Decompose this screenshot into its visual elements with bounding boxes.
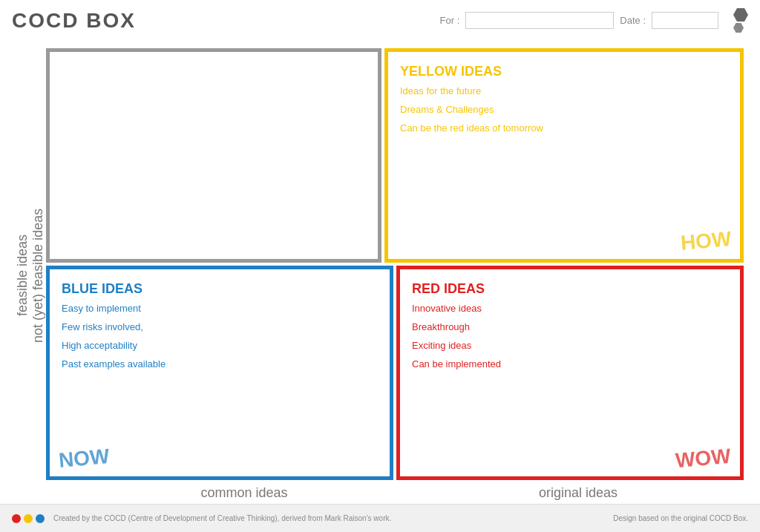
date-input[interactable]: [652, 12, 718, 29]
red-box: RED IDEAS Innovative ideas Breakthrough …: [396, 266, 744, 480]
top-row: YELLOW IDEAS Ideas for the future Dreams…: [45, 47, 745, 264]
blue-item-1: Easy to implement: [62, 303, 378, 314]
x-axis-right-label: original ideas: [411, 485, 745, 501]
red-item-4: Can be implemented: [412, 358, 728, 370]
red-item-1: Innovative ideas: [412, 303, 728, 314]
date-label: Date :: [620, 15, 646, 26]
footer-dot-yellow: [24, 514, 33, 523]
app-title: COCD BOX: [12, 9, 136, 33]
for-label: For :: [440, 15, 460, 26]
red-box-title: RED IDEAS: [412, 281, 728, 297]
header-fields: For : Date :: [440, 12, 718, 29]
yellow-box: YELLOW IDEAS Ideas for the future Dreams…: [384, 48, 744, 263]
hex-icon-small: [733, 23, 744, 33]
blue-corner-label: NOW: [58, 444, 111, 473]
y-axis-bottom-label: feasible ideas: [15, 234, 30, 316]
blue-item-3: High acceptability: [62, 340, 378, 351]
yellow-box-title: YELLOW IDEAS: [400, 64, 728, 79]
yellow-corner-label: HOW: [679, 227, 732, 255]
footer-dot-red: [12, 514, 21, 523]
header: COCD BOX For : Date :: [0, 0, 760, 41]
yellow-item-2: Dreams & Challenges: [400, 104, 728, 115]
blue-item-2: Few risks involved,: [62, 321, 378, 332]
main-content: feasible ideas not (yet) feasible ideas …: [0, 41, 760, 504]
bottom-row: BLUE IDEAS Easy to implement Few risks i…: [45, 264, 745, 482]
footer-right-text: Design based on the original COCD Box.: [613, 514, 748, 522]
footer-dot-blue: [36, 514, 45, 523]
hex-icon-large: [733, 8, 748, 22]
yellow-item-1: Ideas for the future: [400, 85, 728, 96]
footer-left-text: Created by the COCD (Centre of Developme…: [53, 514, 613, 522]
y-axis-top-label: not (yet) feasible ideas: [30, 208, 46, 342]
blue-box: BLUE IDEAS Easy to implement Few risks i…: [46, 266, 393, 480]
y-axis-label: feasible ideas not (yet) feasible ideas: [15, 47, 45, 504]
for-input[interactable]: [465, 12, 614, 29]
x-axis-labels: common ideas original ideas: [45, 482, 745, 504]
footer: Created by the COCD (Centre of Developme…: [0, 504, 760, 532]
boxes-wrap: YELLOW IDEAS Ideas for the future Dreams…: [45, 47, 745, 504]
blue-item-4: Past examples available: [62, 358, 378, 370]
footer-logo: [12, 514, 45, 523]
red-item-3: Exciting ideas: [412, 340, 728, 351]
gray-box: [46, 48, 381, 263]
logo: [733, 8, 748, 33]
red-corner-label: WOW: [675, 444, 732, 473]
yellow-item-3: Can be the red ideas of tomorrow: [400, 122, 728, 134]
grid-container: feasible ideas not (yet) feasible ideas …: [15, 47, 745, 504]
red-item-2: Breakthrough: [412, 321, 728, 332]
blue-box-title: BLUE IDEAS: [62, 281, 378, 297]
x-axis-left-label: common ideas: [77, 485, 411, 501]
